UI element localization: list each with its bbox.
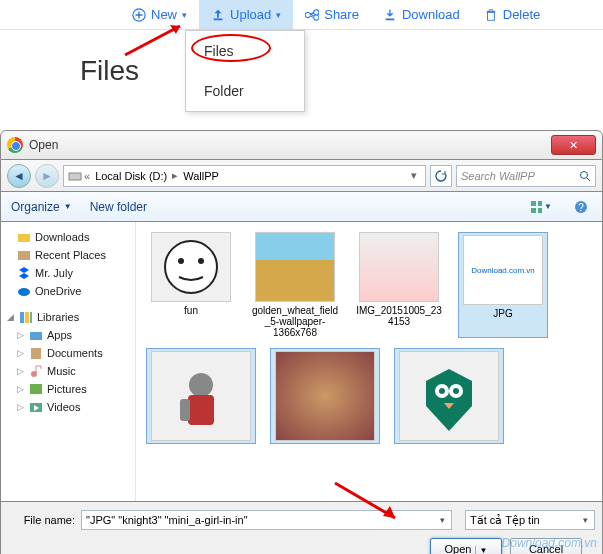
- file-item-selected[interactable]: Download.com.vn JPG: [458, 232, 548, 338]
- sidebar-item-downloads[interactable]: Downloads: [3, 228, 133, 246]
- open-button[interactable]: Open ▼: [430, 538, 502, 554]
- documents-icon: [29, 346, 43, 360]
- svg-rect-2: [386, 18, 395, 20]
- sidebar-label: Downloads: [35, 231, 89, 243]
- tree-expand-icon: ▷: [17, 402, 25, 412]
- file-item[interactable]: IMG_20151005_234153: [354, 232, 444, 338]
- dialog-titlebar[interactable]: Open ✕: [0, 130, 603, 160]
- filetype-select[interactable]: [465, 510, 595, 530]
- file-item[interactable]: fun: [146, 232, 236, 338]
- sidebar: Downloads Recent Places Mr. July OneDriv…: [1, 222, 136, 501]
- sidebar-item-documents[interactable]: ▷Documents: [3, 344, 133, 362]
- chevron-down-icon: ▼: [64, 202, 72, 211]
- split-chevron-icon: ▼: [475, 546, 488, 554]
- breadcrumb-folder[interactable]: WallPP: [180, 170, 222, 182]
- file-item-selected[interactable]: [394, 348, 504, 444]
- organize-label: Organize: [11, 200, 60, 214]
- music-icon: [29, 364, 43, 378]
- search-placeholder: Search WallPP: [461, 170, 535, 182]
- svg-rect-18: [30, 332, 42, 340]
- svg-point-26: [189, 373, 213, 397]
- sidebar-item-videos[interactable]: ▷Videos: [3, 398, 133, 416]
- svg-point-23: [165, 241, 217, 293]
- tree-expand-icon: ▷: [17, 366, 25, 376]
- view-icon: [530, 200, 542, 214]
- upload-label: Upload: [230, 7, 271, 22]
- sidebar-label: Mr. July: [35, 267, 73, 279]
- filename-input[interactable]: [81, 510, 452, 530]
- svg-rect-21: [30, 384, 42, 394]
- share-icon: [305, 8, 319, 22]
- sidebar-item-music[interactable]: ▷Music: [3, 362, 133, 380]
- svg-rect-3: [487, 12, 494, 20]
- svg-rect-27: [188, 395, 214, 425]
- search-input[interactable]: Search WallPP: [456, 165, 596, 187]
- back-button[interactable]: ◄: [7, 164, 31, 188]
- breadcrumb[interactable]: « Local Disk (D:) ▸ WallPP ▾: [63, 165, 426, 187]
- pictures-icon: [29, 382, 43, 396]
- svg-rect-6: [531, 201, 536, 206]
- svg-text:?: ?: [578, 202, 584, 213]
- svg-point-25: [198, 258, 204, 264]
- videos-icon: [29, 400, 43, 414]
- close-button[interactable]: ✕: [551, 135, 596, 155]
- chevron-down-icon[interactable]: ▾: [407, 169, 421, 182]
- sidebar-group-libraries[interactable]: ◢Libraries: [3, 306, 133, 326]
- thumbnail: [359, 232, 439, 302]
- new-button[interactable]: New ▾: [120, 0, 199, 30]
- dropdown-item-folder[interactable]: Folder: [186, 71, 304, 111]
- thumbnail: [275, 351, 375, 441]
- share-label: Share: [324, 7, 359, 22]
- breadcrumb-disk[interactable]: Local Disk (D:): [92, 170, 170, 182]
- file-item[interactable]: golden_wheat_field_5-wallpaper-1366x768: [250, 232, 340, 338]
- refresh-button[interactable]: [430, 165, 452, 187]
- download-button[interactable]: Download: [371, 0, 472, 30]
- upload-button[interactable]: Upload ▾: [199, 0, 293, 30]
- dialog-title: Open: [29, 138, 551, 152]
- chrome-icon: [7, 137, 23, 153]
- tree-expand-icon: ▷: [17, 384, 25, 394]
- chevron-down-icon: ▼: [544, 202, 552, 211]
- organize-button[interactable]: Organize ▼: [11, 200, 72, 214]
- svg-point-5: [581, 171, 588, 178]
- file-item-selected[interactable]: [146, 348, 256, 444]
- svg-point-24: [178, 258, 184, 264]
- filename-label: File name:: [15, 514, 75, 526]
- view-button[interactable]: ▼: [530, 196, 552, 218]
- chevron-right-icon: ▸: [170, 169, 180, 182]
- sidebar-item-apps[interactable]: ▷Apps: [3, 326, 133, 344]
- chevron-down-icon[interactable]: ▾: [440, 515, 445, 525]
- dropdown-item-files[interactable]: Files: [186, 31, 304, 71]
- help-button[interactable]: ?: [570, 196, 592, 218]
- svg-rect-12: [18, 234, 30, 242]
- dropdown-folder-label: Folder: [204, 83, 244, 99]
- sidebar-label: Documents: [47, 347, 103, 359]
- chevron-down-icon: ▾: [182, 10, 187, 20]
- file-item-selected[interactable]: [270, 348, 380, 444]
- upload-icon: [211, 8, 225, 22]
- svg-rect-8: [531, 208, 536, 213]
- forward-button[interactable]: ►: [35, 164, 59, 188]
- sidebar-item-onedrive[interactable]: OneDrive: [3, 282, 133, 300]
- share-button[interactable]: Share: [293, 0, 371, 30]
- new-folder-button[interactable]: New folder: [90, 200, 147, 214]
- delete-button[interactable]: Delete: [472, 0, 553, 30]
- tree-expand-icon: ▷: [17, 348, 25, 358]
- sidebar-label: Libraries: [37, 311, 79, 323]
- thumbnail: Download.com.vn: [463, 235, 543, 305]
- svg-point-32: [453, 388, 459, 394]
- sidebar-label: Pictures: [47, 383, 87, 395]
- trash-icon: [484, 8, 498, 22]
- new-label: New: [151, 7, 177, 22]
- sidebar-item-pictures[interactable]: ▷Pictures: [3, 380, 133, 398]
- search-icon: [579, 170, 591, 182]
- onedrive-icon: [17, 284, 31, 298]
- svg-rect-1: [214, 18, 223, 20]
- chevron-down-icon[interactable]: ▾: [583, 515, 588, 525]
- file-list[interactable]: fun golden_wheat_field_5-wallpaper-1366x…: [136, 222, 602, 501]
- sidebar-item-mrjuly[interactable]: Mr. July: [3, 264, 133, 282]
- dialog-toolbar: Organize ▼ New folder ▼ ?: [0, 192, 603, 222]
- sidebar-item-recent[interactable]: Recent Places: [3, 246, 133, 264]
- svg-rect-17: [30, 312, 32, 323]
- upload-dropdown: Files Folder: [185, 30, 305, 112]
